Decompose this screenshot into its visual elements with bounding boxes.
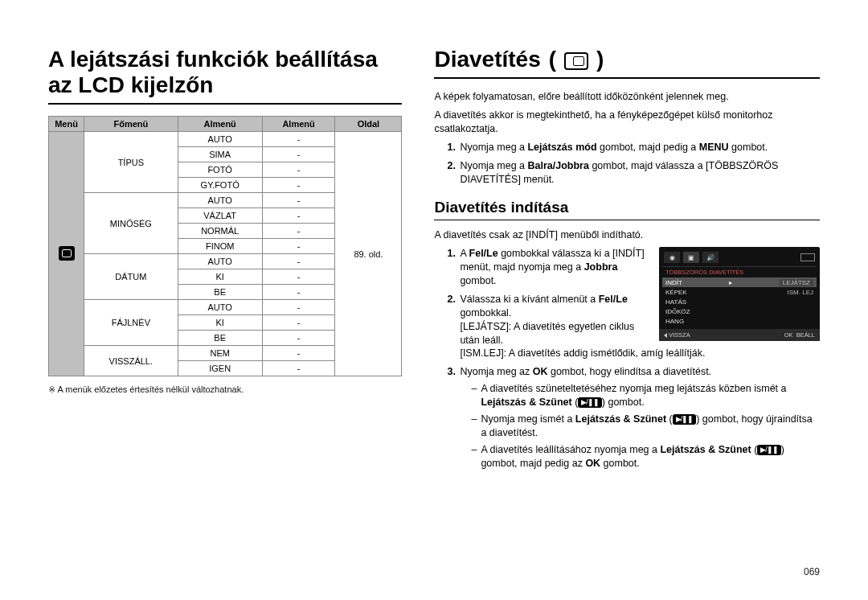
col-oldal: Oldal xyxy=(335,117,402,132)
cell: IGEN xyxy=(178,361,262,376)
footnote-text: A menük előzetes értesítés nélkül változ… xyxy=(57,384,244,394)
paint-palette-icon xyxy=(59,246,75,261)
sub-intro: A diavetítés csak az [INDÍT] menüből ind… xyxy=(434,228,820,242)
top-step-1: Nyomja meg a Lejátszás mód gombot, majd … xyxy=(447,141,820,154)
top-steps: Nyomja meg a Lejátszás mód gombot, majd … xyxy=(447,141,820,187)
cell: - xyxy=(262,315,335,331)
cell: AUTO xyxy=(178,300,262,315)
cell: BE xyxy=(178,285,262,300)
cell: - xyxy=(262,147,335,162)
group-datum: DÁTUM xyxy=(84,254,178,300)
footnote-mark: ※ xyxy=(48,384,55,395)
page-number: 069 xyxy=(804,566,820,577)
subheading-start: Diavetítés indítása xyxy=(434,199,820,220)
col-menu: Menü xyxy=(49,117,84,132)
cell: - xyxy=(262,193,335,208)
group-visszall: VISSZÁLL. xyxy=(84,346,178,376)
cell: - xyxy=(262,178,335,193)
group-fajlnev: FÁJLNÉV xyxy=(84,300,178,346)
page-title-right: Diavetítés ( ) xyxy=(434,47,820,79)
slideshow-icon xyxy=(564,52,588,70)
cell: - xyxy=(262,254,335,269)
top-step-2: Nyomja meg a Balra/Jobbra gombot, majd v… xyxy=(447,159,820,187)
menu-icon-cell xyxy=(49,132,84,376)
cell: SIMA xyxy=(178,147,262,162)
cell: AUTO xyxy=(178,193,262,208)
page-ref: 89. old. xyxy=(335,132,402,376)
cell: AUTO xyxy=(178,254,262,269)
play-pause-icon: ▶/❚❚ xyxy=(757,445,781,455)
cell: KI xyxy=(178,269,262,285)
bottom-step-3: Nyomja meg az OK gombot, hogy elindítsa … xyxy=(447,365,820,470)
play-pause-icon: ▶/❚❚ xyxy=(578,397,602,408)
close-paren: ) xyxy=(596,47,604,72)
step2-line1: [LEJÁTSZ]: A diavetítés egyetlen ciklus … xyxy=(460,320,820,347)
bottom-steps: A Fel/Le gombokkal válassza ki a [INDÍT]… xyxy=(447,247,820,470)
settings-table: Menü Főmenü Almenü Almenü Oldal TÍPUS AU… xyxy=(48,116,402,376)
bullet-pause: A diavetítés szüneteltetéséhez nyomja me… xyxy=(471,382,820,409)
cell: - xyxy=(262,239,335,254)
cell: - xyxy=(262,346,335,361)
intro-2: A diavetítés akkor is megtekinthető, ha … xyxy=(434,109,820,136)
cell: - xyxy=(262,361,335,376)
cell: - xyxy=(262,285,335,300)
cell: VÁZLAT xyxy=(178,208,262,224)
cell: - xyxy=(262,162,335,178)
group-minoseg: MINŐSÉG xyxy=(84,193,178,254)
cell: - xyxy=(262,208,335,224)
bottom-step-1: A Fel/Le gombokkal válassza ki a [INDÍT]… xyxy=(447,247,820,288)
bottom-step-2: Válassza ki a kívánt almenüt a Fel/Le go… xyxy=(447,293,820,360)
group-tipus: TÍPUS xyxy=(84,132,178,193)
intro-1: A képek folyamatosan, előre beállított i… xyxy=(434,90,820,104)
cell: - xyxy=(262,331,335,346)
cell: NORMÁL xyxy=(178,224,262,239)
bullet-stop: A diavetítés leállításához nyomja meg a … xyxy=(471,443,820,471)
cell: FOTÓ xyxy=(178,162,262,178)
cell: - xyxy=(262,224,335,239)
heading-text: Diavetítés xyxy=(434,47,540,72)
cell: AUTO xyxy=(178,132,262,147)
col-almenu1: Almenü xyxy=(178,117,262,132)
open-paren: ( xyxy=(549,47,556,72)
cell: KI xyxy=(178,315,262,331)
cell: FINOM xyxy=(178,239,262,254)
footnote: ※ A menük előzetes értesítés nélkül vált… xyxy=(48,384,402,395)
bullet-resume: Nyomja meg ismét a Lejátszás & Szünet (▶… xyxy=(471,413,820,440)
step2-line2: [ISM.LEJ]: A diavetítés addig ismétlődik… xyxy=(460,347,820,360)
col-almenu2: Almenü xyxy=(262,117,335,132)
play-pause-icon: ▶/❚❚ xyxy=(673,414,697,425)
cell: NEM xyxy=(178,346,262,361)
cell: - xyxy=(262,132,335,147)
page-title-left: A lejátszási funkciók beállítása az LCD … xyxy=(48,47,402,105)
col-fomenu: Főmenü xyxy=(84,117,178,132)
cell: GY.FOTÓ xyxy=(178,178,262,193)
cell: BE xyxy=(178,331,262,346)
cell: - xyxy=(262,300,335,315)
cell: - xyxy=(262,269,335,285)
